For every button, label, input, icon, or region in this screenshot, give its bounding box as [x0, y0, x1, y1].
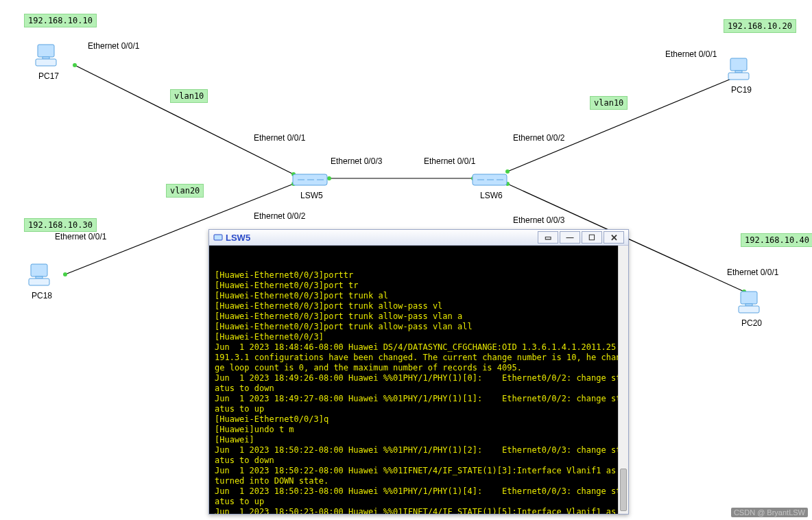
minimize-button[interactable]: —	[560, 231, 580, 244]
maximize-button[interactable]: ☐	[582, 231, 602, 244]
topology-canvas: PC17 PC18 PC19 PC20 LSW5 LSW6 192.168.10…	[0, 0, 812, 520]
svg-rect-10	[29, 279, 49, 285]
pc-icon	[34, 41, 62, 69]
watermark: CSDN @ BryantLSW	[731, 508, 808, 517]
pc-icon	[737, 288, 765, 316]
pc-node-pc19[interactable]	[727, 55, 754, 82]
iface-label: Ethernet 0/0/2	[254, 211, 305, 221]
ip-badge-pc17: 192.168.10.10	[24, 14, 97, 27]
terminal-scrollbar[interactable]	[618, 246, 628, 514]
terminal-titlebar[interactable]: LSW5 ▭ — ☐ ✕	[209, 230, 628, 246]
pc-node-pc17[interactable]	[34, 41, 62, 69]
svg-rect-16	[739, 306, 759, 313]
svg-rect-5	[38, 45, 54, 57]
pc-icon	[27, 261, 55, 288]
pc-label: PC20	[741, 318, 762, 328]
scrollbar-thumb[interactable]	[620, 469, 627, 511]
switch-label: LSW5	[300, 191, 323, 200]
switch-icon	[292, 170, 328, 189]
switch-label: LSW6	[480, 191, 503, 200]
iface-label: Ethernet 0/0/1	[55, 232, 106, 241]
iface-label: Ethernet 0/0/1	[665, 49, 717, 59]
pc-label: PC17	[38, 71, 59, 81]
ip-badge-pc20: 192.168.10.40	[741, 233, 812, 247]
pc-node-pc18[interactable]	[27, 261, 55, 288]
terminal-title: LSW5	[226, 233, 250, 243]
endpoint-dot	[63, 272, 67, 276]
svg-rect-13	[728, 73, 749, 80]
svg-rect-11	[730, 58, 747, 71]
terminal-app-icon	[213, 233, 223, 242]
iface-label: Ethernet 0/0/1	[254, 133, 305, 143]
iface-label: Ethernet 0/0/2	[513, 133, 564, 143]
switch-node-lsw6[interactable]	[472, 170, 508, 189]
switch-icon	[472, 170, 508, 189]
svg-line-3	[508, 75, 739, 172]
terminal-lines: [Huawei-Ethernet0/0/3]porttr[Huawei-Ethe…	[215, 270, 623, 514]
pc-label: PC18	[32, 291, 52, 300]
pc-label: PC19	[731, 85, 752, 95]
svg-line-0	[75, 65, 294, 174]
svg-rect-14	[741, 292, 757, 304]
svg-rect-8	[31, 264, 47, 276]
iface-label: Ethernet 0/0/1	[424, 156, 475, 166]
terminal-window[interactable]: LSW5 ▭ — ☐ ✕ [Huawei-Ethernet0/0/3]portt…	[208, 229, 629, 515]
vlan-badge: vlan10	[170, 89, 208, 103]
endpoint-dot	[73, 63, 77, 67]
pc-icon	[727, 55, 754, 82]
iface-label: Ethernet 0/0/1	[727, 268, 778, 277]
ip-badge-pc18: 192.168.10.30	[24, 218, 97, 232]
svg-rect-25	[214, 235, 222, 240]
vlan-badge: vlan20	[166, 184, 204, 198]
iface-label: Ethernet 0/0/3	[331, 156, 382, 166]
svg-rect-7	[36, 59, 56, 66]
close-button[interactable]: ✕	[604, 231, 624, 244]
ip-badge-pc19: 192.168.10.20	[724, 19, 796, 33]
vlan-badge: vlan10	[590, 96, 628, 110]
terminal-output[interactable]: [Huawei-Ethernet0/0/3]porttr[Huawei-Ethe…	[209, 246, 628, 514]
iface-label: Ethernet 0/0/3	[513, 215, 564, 225]
pc-node-pc20[interactable]	[737, 288, 765, 316]
window-controls: ▭ — ☐ ✕	[538, 231, 624, 244]
window-bg-button[interactable]: ▭	[538, 231, 558, 244]
switch-node-lsw5[interactable]	[292, 170, 328, 189]
iface-label: Ethernet 0/0/1	[88, 41, 139, 51]
